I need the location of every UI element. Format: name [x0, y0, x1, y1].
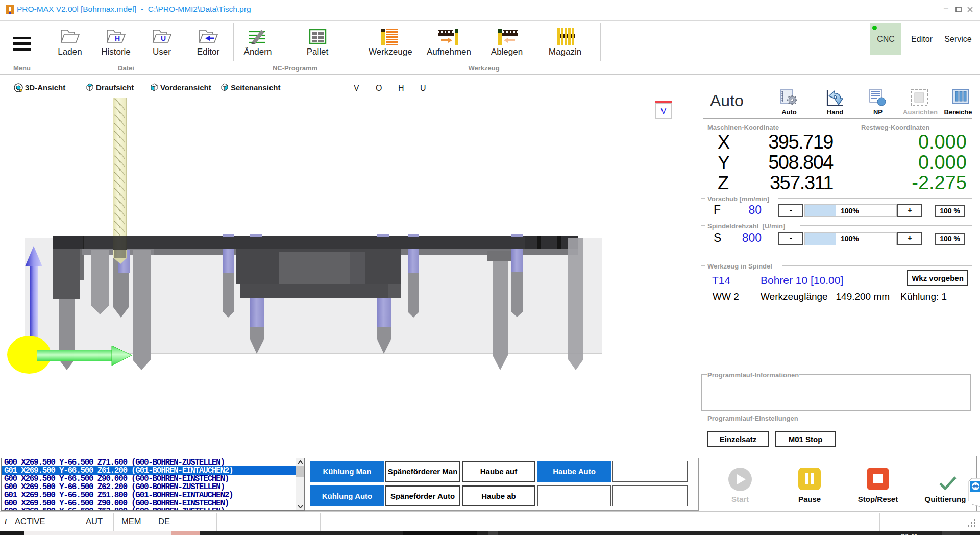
svg-text:U: U: [161, 34, 166, 42]
svg-text:H: H: [115, 34, 120, 42]
